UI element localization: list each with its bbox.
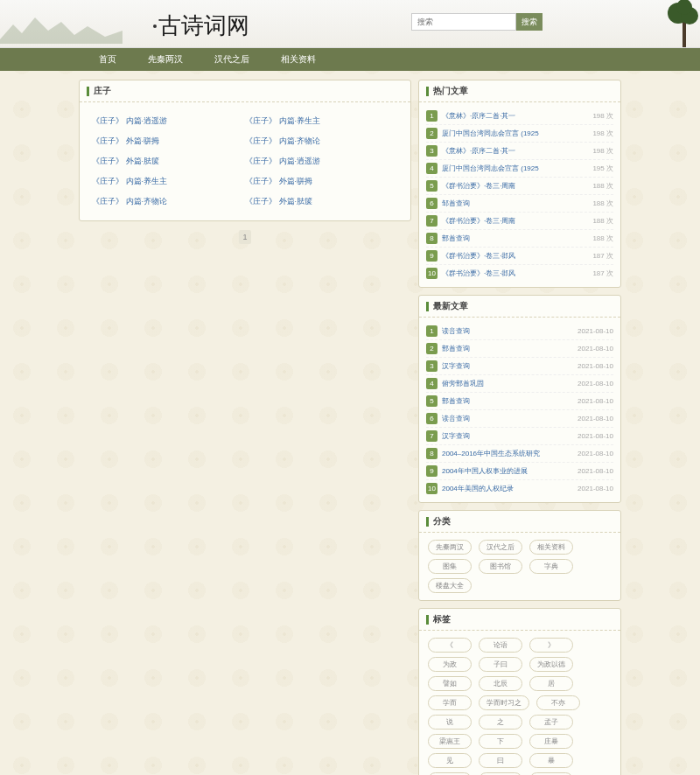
tag-item[interactable]: 》 (529, 638, 573, 653)
tag-item[interactable]: 暴 (529, 753, 573, 768)
rank-badge: 1 (426, 110, 438, 122)
side-link[interactable]: 2004–2016年中国生态系统研究 (442, 449, 578, 458)
article-link[interactable]: 《庄子》 内篇·逍遥游 (245, 157, 320, 165)
side-meta: 2021-08-10 (578, 397, 613, 405)
side-row: 1读音查询2021-08-10 (426, 323, 613, 340)
side-link[interactable]: 2004年美国的人权纪录 (442, 484, 578, 493)
page-current[interactable]: 1 (239, 230, 251, 244)
tag-item[interactable]: 梁惠王 (428, 734, 472, 749)
side-row: 4厦门中国台湾同志会宣言 (1925195 次 (426, 160, 613, 178)
rank-badge: 8 (426, 233, 438, 244)
tag-item[interactable]: 子曰 (479, 657, 522, 672)
nav-item[interactable]: 汉代之后 (199, 48, 265, 71)
side-row: 3《意林》·原序二首·其一198 次 (426, 143, 613, 160)
category-tag[interactable]: 相关资料 (529, 540, 573, 555)
side-meta: 187 次 (592, 251, 613, 261)
search-box: 搜索 (411, 13, 542, 31)
side-link[interactable]: 2004年中国人权事业的进展 (442, 466, 578, 476)
pagination: 1 (79, 230, 411, 244)
tag-item[interactable]: 之 (479, 715, 522, 730)
rank-badge: 10 (426, 483, 438, 494)
tag-item[interactable]: 见 (428, 753, 472, 768)
side-link[interactable]: 汉字查询 (442, 431, 578, 441)
tag-item[interactable]: 孟子 (529, 715, 573, 730)
article-link[interactable]: 《庄子》 内篇·养生主 (92, 177, 167, 185)
nav-item[interactable]: 首页 (83, 48, 132, 71)
main-title: 庄子 (94, 85, 111, 97)
side-meta: 2021-08-10 (578, 345, 613, 353)
tag-item[interactable]: 不亦 (536, 695, 580, 710)
nav-item[interactable]: 相关资料 (265, 48, 332, 71)
tag-item[interactable]: 曰 (479, 753, 522, 768)
side-link[interactable]: 《意林》·原序二首·其一 (442, 146, 592, 156)
article-link[interactable]: 《庄子》 外篇·骈拇 (245, 177, 312, 185)
article-item: 《庄子》 内篇·养生主 (92, 171, 245, 192)
article-link[interactable]: 《庄子》 外篇·骈拇 (92, 136, 159, 145)
side-link[interactable]: 《群书治要》·卷三·周南 (442, 216, 592, 226)
search-button[interactable]: 搜索 (516, 13, 542, 31)
side-meta: 198 次 (592, 146, 613, 156)
side-row: 4俯旁部首巩固2021-08-10 (426, 375, 613, 393)
category-tag[interactable]: 图书馆 (479, 559, 522, 574)
side-link[interactable]: 汉字查询 (442, 361, 578, 371)
side-link[interactable]: 俯旁部首巩固 (442, 379, 578, 388)
category-tag[interactable]: 图集 (428, 559, 472, 574)
tag-item[interactable]: 譬如 (428, 676, 472, 691)
main-panel: 庄子 《庄子》 内篇·逍遥游《庄子》 内篇·养生主《庄子》 外篇·骈拇《庄子》 … (79, 80, 411, 221)
rank-badge: 3 (426, 360, 438, 372)
side-row: 10《群书治要》·卷三·邶风187 次 (426, 265, 613, 282)
side-link[interactable]: 厦门中国台湾同志会宣言 (1925 (442, 164, 592, 173)
side-link[interactable]: 《群书治要》·卷三·邶风 (442, 269, 592, 278)
article-link[interactable]: 《庄子》 内篇·齐物论 (245, 136, 320, 145)
side-link[interactable]: 部首查询 (442, 396, 578, 406)
nav-item[interactable]: 先秦两汉 (132, 48, 199, 71)
side-link[interactable]: 邹首查询 (442, 199, 592, 208)
side-row: 1《意林》·原序二首·其一198 次 (426, 108, 613, 125)
article-link[interactable]: 《庄子》 外篇·胠箧 (245, 197, 312, 206)
rank-badge: 4 (426, 378, 438, 389)
tag-item[interactable]: 北辰 (479, 676, 522, 691)
tag-item[interactable]: 居 (529, 676, 573, 691)
side-row: 9《群书治要》·卷三·邶风187 次 (426, 248, 613, 265)
category-tag[interactable]: 字典 (529, 559, 573, 574)
tag-item[interactable]: 学而 (428, 695, 472, 710)
side-link[interactable]: 读音查询 (442, 414, 578, 423)
side-link[interactable]: 厦门中国台湾同志会宣言 (1925 (442, 129, 592, 138)
side-link[interactable]: 部首查询 (442, 234, 592, 243)
article-link[interactable]: 《庄子》 内篇·齐物论 (92, 197, 167, 206)
side-row: 2厦门中国台湾同志会宣言 (1925198 次 (426, 125, 613, 143)
article-link[interactable]: 《庄子》 外篇·胠箧 (92, 157, 159, 165)
site-logo[interactable]: 古诗词网 (153, 10, 249, 41)
article-item: 《庄子》 内篇·逍遥游 (245, 151, 398, 171)
side-link[interactable]: 读音查询 (442, 326, 578, 336)
search-input[interactable] (411, 13, 516, 31)
tag-item[interactable]: 学而时习之 (479, 695, 529, 710)
tag-item[interactable]: 论语 (479, 638, 522, 653)
side-link[interactable]: 《群书治要》·卷三·邶风 (442, 251, 592, 261)
tag-item[interactable]: 说 (428, 715, 472, 730)
article-link[interactable]: 《庄子》 内篇·养生主 (245, 116, 320, 125)
side-row: 5部首查询2021-08-10 (426, 393, 613, 410)
side-meta: 198 次 (592, 111, 613, 121)
side-meta: 2021-08-10 (578, 485, 613, 492)
side-row: 7《群书治要》·卷三·周南188 次 (426, 213, 613, 230)
side-row: 6邹首查询188 次 (426, 195, 613, 213)
side-row: 5《群书治要》·卷三·周南188 次 (426, 178, 613, 195)
tag-item[interactable]: 下 (479, 734, 522, 749)
tag-item[interactable]: 《 (428, 638, 472, 653)
tags-title: 标签 (433, 613, 451, 625)
category-tag[interactable]: 先秦两汉 (428, 540, 472, 555)
categories-panel: 分类 先秦两汉汉代之后相关资料图集图书馆字典楼盘大全 (418, 510, 621, 601)
category-tag[interactable]: 楼盘大全 (428, 578, 472, 593)
rank-badge: 3 (426, 145, 438, 157)
mountain-art (0, 9, 122, 44)
article-link[interactable]: 《庄子》 内篇·逍遥游 (92, 116, 167, 125)
tag-item[interactable]: 为政 (428, 657, 472, 672)
tag-item[interactable]: 为政以德 (529, 657, 573, 672)
tag-item[interactable]: 庄暴 (529, 734, 573, 749)
side-link[interactable]: 《意林》·原序二首·其一 (442, 111, 592, 121)
side-meta: 187 次 (592, 269, 613, 278)
side-link[interactable]: 《群书治要》·卷三·周南 (442, 181, 592, 191)
side-link[interactable]: 部首查询 (442, 344, 578, 353)
category-tag[interactable]: 汉代之后 (479, 540, 522, 555)
